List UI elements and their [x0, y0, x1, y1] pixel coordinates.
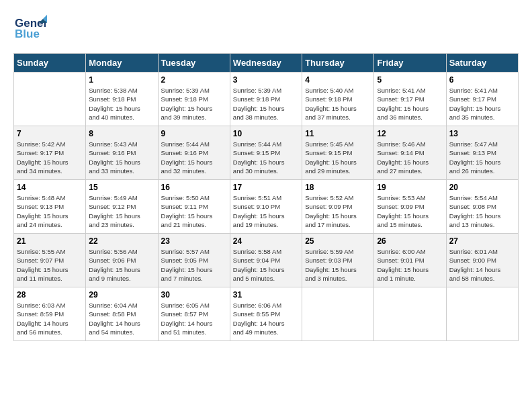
day-cell: 29Sunrise: 6:04 AM Sunset: 8:58 PM Dayli… — [86, 287, 158, 341]
day-number: 24 — [233, 236, 299, 246]
day-info: Sunrise: 5:43 AM Sunset: 9:16 PM Dayligh… — [89, 140, 154, 175]
day-info: Sunrise: 5:51 AM Sunset: 9:10 PM Dayligh… — [233, 193, 299, 229]
day-info: Sunrise: 5:49 AM Sunset: 9:12 PM Dayligh… — [89, 193, 154, 229]
day-cell: 28Sunrise: 6:03 AM Sunset: 8:59 PM Dayli… — [14, 287, 86, 341]
day-number: 5 — [377, 75, 443, 85]
day-number: 14 — [17, 183, 83, 192]
day-number: 15 — [89, 183, 154, 192]
day-cell: 7Sunrise: 5:42 AM Sunset: 9:17 PM Daylig… — [14, 126, 86, 180]
day-info: Sunrise: 5:41 AM Sunset: 9:17 PM Dayligh… — [377, 86, 443, 122]
day-cell: 1Sunrise: 5:38 AM Sunset: 9:18 PM Daylig… — [86, 73, 158, 126]
day-info: Sunrise: 5:46 AM Sunset: 9:14 PM Dayligh… — [377, 140, 443, 175]
week-row-5: 28Sunrise: 6:03 AM Sunset: 8:59 PM Dayli… — [14, 287, 519, 341]
day-cell: 24Sunrise: 5:58 AM Sunset: 9:04 PM Dayli… — [230, 234, 302, 287]
day-cell: 10Sunrise: 5:44 AM Sunset: 9:15 PM Dayli… — [230, 126, 302, 180]
day-cell — [14, 73, 86, 126]
weekday-wednesday: Wednesday — [230, 54, 302, 73]
day-info: Sunrise: 5:58 AM Sunset: 9:04 PM Dayligh… — [233, 247, 299, 283]
day-info: Sunrise: 5:44 AM Sunset: 9:16 PM Dayligh… — [161, 140, 227, 175]
day-cell: 30Sunrise: 6:05 AM Sunset: 8:57 PM Dayli… — [158, 287, 230, 341]
day-cell: 5Sunrise: 5:41 AM Sunset: 9:17 PM Daylig… — [374, 73, 446, 126]
day-info: Sunrise: 5:39 AM Sunset: 9:18 PM Dayligh… — [161, 86, 227, 122]
day-cell: 4Sunrise: 5:40 AM Sunset: 9:18 PM Daylig… — [302, 73, 374, 126]
day-info: Sunrise: 5:47 AM Sunset: 9:13 PM Dayligh… — [449, 140, 515, 175]
day-number: 22 — [89, 236, 154, 246]
day-cell: 16Sunrise: 5:50 AM Sunset: 9:11 PM Dayli… — [158, 180, 230, 234]
day-number: 12 — [377, 129, 443, 138]
day-number: 8 — [89, 129, 154, 138]
week-row-1: 1Sunrise: 5:38 AM Sunset: 9:18 PM Daylig… — [14, 73, 519, 126]
day-cell — [446, 287, 518, 341]
day-number: 1 — [89, 75, 154, 85]
logo: General Blue — [13, 13, 47, 46]
day-info: Sunrise: 5:44 AM Sunset: 9:15 PM Dayligh… — [233, 140, 299, 175]
day-info: Sunrise: 5:57 AM Sunset: 9:05 PM Dayligh… — [161, 247, 227, 283]
day-number: 27 — [449, 236, 515, 246]
day-cell: 20Sunrise: 5:54 AM Sunset: 9:08 PM Dayli… — [446, 180, 518, 234]
day-cell: 18Sunrise: 5:52 AM Sunset: 9:09 PM Dayli… — [302, 180, 374, 234]
calendar-body: 1Sunrise: 5:38 AM Sunset: 9:18 PM Daylig… — [14, 73, 519, 341]
day-info: Sunrise: 5:53 AM Sunset: 9:09 PM Dayligh… — [377, 193, 443, 229]
weekday-saturday: Saturday — [446, 54, 518, 73]
day-info: Sunrise: 5:50 AM Sunset: 9:11 PM Dayligh… — [161, 193, 227, 229]
weekday-monday: Monday — [86, 54, 158, 73]
calendar-table: SundayMondayTuesdayWednesdayThursdayFrid… — [13, 53, 519, 341]
day-cell: 26Sunrise: 6:00 AM Sunset: 9:01 PM Dayli… — [374, 234, 446, 287]
day-info: Sunrise: 6:06 AM Sunset: 8:55 PM Dayligh… — [233, 301, 299, 336]
day-info: Sunrise: 6:01 AM Sunset: 9:00 PM Dayligh… — [449, 247, 515, 283]
day-cell: 31Sunrise: 6:06 AM Sunset: 8:55 PM Dayli… — [230, 287, 302, 341]
day-info: Sunrise: 5:39 AM Sunset: 9:18 PM Dayligh… — [233, 86, 299, 122]
day-cell: 22Sunrise: 5:56 AM Sunset: 9:06 PM Dayli… — [86, 234, 158, 287]
day-number: 19 — [377, 183, 443, 192]
day-number: 3 — [233, 75, 299, 85]
day-cell: 11Sunrise: 5:45 AM Sunset: 9:15 PM Dayli… — [302, 126, 374, 180]
day-number: 16 — [161, 183, 227, 192]
day-cell — [302, 287, 374, 341]
day-cell: 9Sunrise: 5:44 AM Sunset: 9:16 PM Daylig… — [158, 126, 230, 180]
week-row-3: 14Sunrise: 5:48 AM Sunset: 9:13 PM Dayli… — [14, 180, 519, 234]
day-cell: 2Sunrise: 5:39 AM Sunset: 9:18 PM Daylig… — [158, 73, 230, 126]
day-info: Sunrise: 5:55 AM Sunset: 9:07 PM Dayligh… — [17, 247, 83, 283]
day-info: Sunrise: 6:00 AM Sunset: 9:01 PM Dayligh… — [377, 247, 443, 283]
day-info: Sunrise: 5:59 AM Sunset: 9:03 PM Dayligh… — [305, 247, 371, 283]
day-cell: 8Sunrise: 5:43 AM Sunset: 9:16 PM Daylig… — [86, 126, 158, 180]
day-number: 20 — [449, 183, 515, 192]
day-info: Sunrise: 5:41 AM Sunset: 9:17 PM Dayligh… — [449, 86, 515, 122]
week-row-2: 7Sunrise: 5:42 AM Sunset: 9:17 PM Daylig… — [14, 126, 519, 180]
day-cell: 3Sunrise: 5:39 AM Sunset: 9:18 PM Daylig… — [230, 73, 302, 126]
day-cell: 15Sunrise: 5:49 AM Sunset: 9:12 PM Dayli… — [86, 180, 158, 234]
day-number: 25 — [305, 236, 371, 246]
week-row-4: 21Sunrise: 5:55 AM Sunset: 9:07 PM Dayli… — [14, 234, 519, 287]
day-info: Sunrise: 5:38 AM Sunset: 9:18 PM Dayligh… — [89, 86, 154, 122]
day-cell: 27Sunrise: 6:01 AM Sunset: 9:00 PM Dayli… — [446, 234, 518, 287]
day-cell: 17Sunrise: 5:51 AM Sunset: 9:10 PM Dayli… — [230, 180, 302, 234]
weekday-friday: Friday — [374, 54, 446, 73]
weekday-thursday: Thursday — [302, 54, 374, 73]
day-info: Sunrise: 5:52 AM Sunset: 9:09 PM Dayligh… — [305, 193, 371, 229]
day-number: 30 — [161, 290, 227, 300]
day-info: Sunrise: 6:04 AM Sunset: 8:58 PM Dayligh… — [89, 301, 154, 336]
header: General Blue — [13, 13, 519, 46]
day-number: 28 — [17, 290, 83, 300]
day-cell: 23Sunrise: 5:57 AM Sunset: 9:05 PM Dayli… — [158, 234, 230, 287]
day-cell: 13Sunrise: 5:47 AM Sunset: 9:13 PM Dayli… — [446, 126, 518, 180]
day-cell: 14Sunrise: 5:48 AM Sunset: 9:13 PM Dayli… — [14, 180, 86, 234]
day-number: 31 — [233, 290, 299, 300]
day-info: Sunrise: 5:56 AM Sunset: 9:06 PM Dayligh… — [89, 247, 154, 283]
day-number: 10 — [233, 129, 299, 138]
day-info: Sunrise: 5:48 AM Sunset: 9:13 PM Dayligh… — [17, 193, 83, 229]
day-number: 7 — [17, 129, 83, 138]
logo-icon: General Blue — [13, 13, 47, 44]
day-info: Sunrise: 6:05 AM Sunset: 8:57 PM Dayligh… — [161, 301, 227, 336]
day-cell: 21Sunrise: 5:55 AM Sunset: 9:07 PM Dayli… — [14, 234, 86, 287]
day-info: Sunrise: 6:03 AM Sunset: 8:59 PM Dayligh… — [17, 301, 83, 336]
day-number: 26 — [377, 236, 443, 246]
day-info: Sunrise: 5:45 AM Sunset: 9:15 PM Dayligh… — [305, 140, 371, 175]
day-number: 17 — [233, 183, 299, 192]
day-cell: 19Sunrise: 5:53 AM Sunset: 9:09 PM Dayli… — [374, 180, 446, 234]
day-number: 4 — [305, 75, 371, 85]
day-number: 9 — [161, 129, 227, 138]
day-cell: 12Sunrise: 5:46 AM Sunset: 9:14 PM Dayli… — [374, 126, 446, 180]
day-number: 23 — [161, 236, 227, 246]
day-cell: 25Sunrise: 5:59 AM Sunset: 9:03 PM Dayli… — [302, 234, 374, 287]
